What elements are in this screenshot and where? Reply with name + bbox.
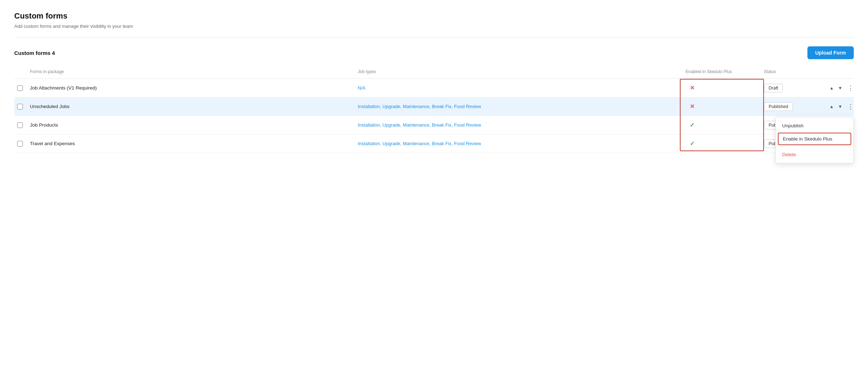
page-subtitle: Add custom forms and manage their visibi… — [14, 24, 854, 29]
context-dropdown-menu: Unpublish Enable in Skedulo Plus Delete — [775, 117, 854, 163]
chevron-down-btn-row-2[interactable]: ▼ — [837, 103, 844, 110]
dropdown-enable-skedulo[interactable]: Enable in Skedulo Plus — [778, 133, 851, 145]
chevron-down-btn-row-1[interactable]: ▼ — [837, 85, 844, 91]
checkbox-row-1[interactable] — [17, 85, 23, 91]
page-header: Custom forms Add custom forms and manage… — [14, 11, 854, 29]
col-actions-header — [825, 68, 854, 76]
chevron-up-btn-row-2[interactable]: ▲ — [828, 103, 835, 110]
row-3-skedulo: ✓ — [683, 117, 761, 133]
row-2-checkbox[interactable] — [14, 99, 27, 114]
table-header-row: Custom forms 4 Upload Form — [14, 46, 854, 59]
row-1-actions: ▲ ▼ ⋮ — [825, 80, 854, 96]
row-3-checkbox[interactable] — [14, 118, 27, 132]
row-1-checkbox[interactable] — [14, 81, 27, 95]
table-row: Job Products Installation, Upgrade, Main… — [14, 116, 854, 134]
row-2-skedulo: ✕ — [683, 99, 761, 114]
col-jobtypes-header: Job types — [355, 68, 683, 76]
page-title: Custom forms — [14, 11, 854, 21]
row-4-skedulo: ✓ — [683, 136, 761, 151]
table-header-title: Custom forms 4 — [14, 50, 55, 56]
row-2-form-name: Unscheduled Jobs — [27, 99, 355, 113]
row-2-status: Published — [761, 98, 825, 115]
section-divider — [14, 37, 854, 38]
table-row: Job Attachments (V1 Required) N/A ✕ Draf… — [14, 79, 854, 97]
table-row: Unscheduled Jobs Installation, Upgrade, … — [14, 97, 854, 116]
page-container: Custom forms Add custom forms and manage… — [0, 0, 868, 388]
row-2-job-types: Installation, Upgrade, Maintenance, Brea… — [355, 99, 683, 113]
col-skedulo-header: Enabled in Skedulo Plus — [683, 68, 761, 76]
status-badge-row-1: Draft — [764, 84, 783, 92]
row-4-checkbox[interactable] — [14, 137, 27, 151]
checkbox-row-4[interactable] — [17, 141, 23, 147]
chevron-up-btn-row-1[interactable]: ▲ — [828, 85, 835, 91]
row-3-form-name: Job Products — [27, 118, 355, 132]
row-4-form-name: Travel and Expenses — [27, 137, 355, 150]
dropdown-delete[interactable]: Delete — [776, 148, 853, 161]
table-count-label: Custom forms 4 — [14, 50, 55, 56]
dropdown-unpublish[interactable]: Unpublish — [776, 119, 853, 132]
disabled-icon: ✕ — [690, 103, 694, 110]
table-body: Job Attachments (V1 Required) N/A ✕ Draf… — [14, 79, 854, 153]
row-1-status: Draft — [761, 80, 825, 97]
dropdown-divider — [776, 147, 853, 147]
status-badge-row-2: Published — [764, 102, 793, 111]
checkbox-row-3[interactable] — [17, 122, 23, 128]
column-headers: Forms in package Job types Enabled in Sk… — [14, 65, 854, 79]
row-1-form-name: Job Attachments (V1 Required) — [27, 81, 355, 95]
row-1-skedulo: ✕ — [683, 80, 761, 96]
more-options-btn-row-1[interactable]: ⋮ — [845, 84, 856, 92]
row-3-job-types: Installation, Upgrade, Maintenance, Brea… — [355, 118, 683, 132]
row-2-actions: ▲ ▼ ⋮ Unpublish Enable in Skedulo Plus D… — [825, 98, 854, 115]
disabled-icon: ✕ — [690, 85, 694, 91]
table-row: Travel and Expenses Installation, Upgrad… — [14, 134, 854, 153]
more-options-btn-row-2[interactable]: ⋮ — [845, 103, 856, 111]
col-status-header: Status — [761, 68, 825, 76]
col-forms-header: Forms in package — [27, 68, 355, 76]
checkbox-row-2[interactable] — [17, 104, 23, 109]
col-checkbox-header — [14, 68, 27, 76]
row-4-job-types: Installation, Upgrade, Maintenance, Brea… — [355, 137, 683, 150]
row-1-job-types: N/A — [355, 81, 683, 95]
enabled-icon: ✓ — [690, 140, 694, 147]
enabled-icon: ✓ — [690, 122, 694, 128]
upload-form-button[interactable]: Upload Form — [807, 46, 854, 59]
